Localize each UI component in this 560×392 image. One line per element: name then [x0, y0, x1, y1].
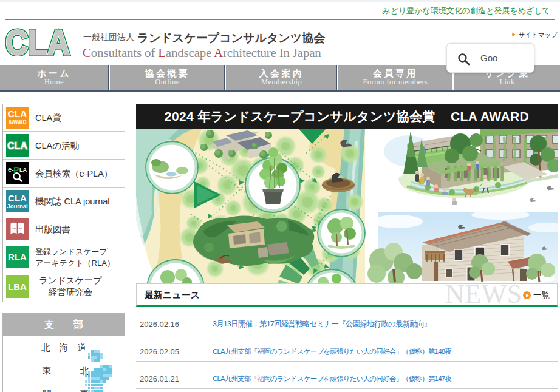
svg-text:LA: LA	[19, 167, 27, 173]
svg-text:CLA: CLA	[8, 193, 27, 203]
svg-text:AWARD: AWARD	[9, 118, 27, 126]
svg-text:CLA: CLA	[8, 109, 27, 119]
svg-text:CLA: CLA	[7, 141, 27, 151]
svg-text:Journal: Journal	[7, 203, 27, 209]
svg-text:LBA: LBA	[8, 282, 27, 292]
svg-text:CLA: CLA	[5, 27, 70, 56]
svg-text:RLA: RLA	[8, 252, 27, 262]
